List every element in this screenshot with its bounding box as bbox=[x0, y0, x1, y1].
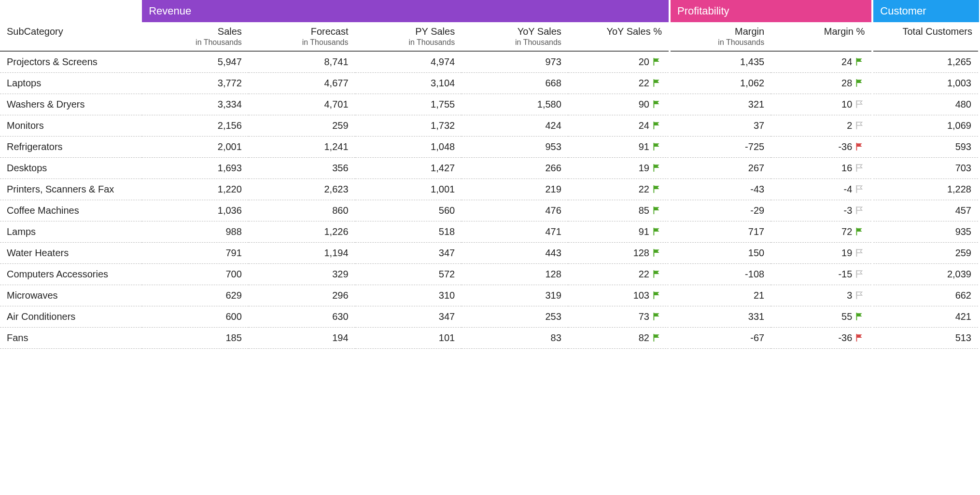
cell-yoypct[interactable]: 82 bbox=[568, 328, 670, 349]
group-header-customer[interactable]: Customer bbox=[872, 0, 979, 22]
row-label[interactable]: Monitors bbox=[0, 115, 142, 137]
cell-margin[interactable]: 331 bbox=[670, 306, 771, 328]
cell-sales[interactable]: 988 bbox=[142, 221, 249, 243]
cell-yoysales[interactable]: 668 bbox=[462, 73, 568, 94]
cell-yoypct[interactable]: 103 bbox=[568, 285, 670, 306]
column-header-marginpct[interactable]: Margin % bbox=[771, 22, 872, 51]
cell-customers[interactable]: 703 bbox=[872, 158, 979, 179]
row-label[interactable]: Refrigerators bbox=[0, 137, 142, 158]
table-row[interactable]: Projectors & Screens5,9478,7414,97497320… bbox=[0, 51, 979, 73]
cell-margin[interactable]: -67 bbox=[670, 328, 771, 349]
cell-forecast[interactable]: 296 bbox=[249, 285, 355, 306]
cell-sales[interactable]: 600 bbox=[142, 306, 249, 328]
cell-marginpct[interactable]: -4 bbox=[771, 179, 872, 200]
row-label[interactable]: Water Heaters bbox=[0, 243, 142, 264]
cell-customers[interactable]: 259 bbox=[872, 243, 979, 264]
cell-yoysales[interactable]: 424 bbox=[462, 115, 568, 137]
cell-pysales[interactable]: 4,974 bbox=[355, 51, 462, 73]
cell-pysales[interactable]: 560 bbox=[355, 200, 462, 221]
cell-forecast[interactable]: 4,677 bbox=[249, 73, 355, 94]
cell-pysales[interactable]: 347 bbox=[355, 306, 462, 328]
row-label[interactable]: Air Conditioners bbox=[0, 306, 142, 328]
row-label[interactable]: Coffee Machines bbox=[0, 200, 142, 221]
cell-sales[interactable]: 1,036 bbox=[142, 200, 249, 221]
table-row[interactable]: Printers, Scanners & Fax1,2202,6231,0012… bbox=[0, 179, 979, 200]
cell-customers[interactable]: 1,228 bbox=[872, 179, 979, 200]
cell-yoypct[interactable]: 22 bbox=[568, 179, 670, 200]
row-label[interactable]: Desktops bbox=[0, 158, 142, 179]
cell-customers[interactable]: 593 bbox=[872, 137, 979, 158]
cell-margin[interactable]: 717 bbox=[670, 221, 771, 243]
column-header-pysales[interactable]: PY Salesin Thousands bbox=[355, 22, 462, 51]
cell-yoypct[interactable]: 91 bbox=[568, 221, 670, 243]
cell-yoypct[interactable]: 22 bbox=[568, 73, 670, 94]
table-row[interactable]: Desktops1,6933561,4272661926716703 bbox=[0, 158, 979, 179]
cell-margin[interactable]: 37 bbox=[670, 115, 771, 137]
row-label[interactable]: Washers & Dryers bbox=[0, 94, 142, 115]
cell-forecast[interactable]: 4,701 bbox=[249, 94, 355, 115]
cell-pysales[interactable]: 1,732 bbox=[355, 115, 462, 137]
cell-pysales[interactable]: 1,001 bbox=[355, 179, 462, 200]
cell-pysales[interactable]: 3,104 bbox=[355, 73, 462, 94]
cell-marginpct[interactable]: 72 bbox=[771, 221, 872, 243]
row-label[interactable]: Laptops bbox=[0, 73, 142, 94]
row-label[interactable]: Fans bbox=[0, 328, 142, 349]
cell-pysales[interactable]: 1,048 bbox=[355, 137, 462, 158]
cell-marginpct[interactable]: -36 bbox=[771, 137, 872, 158]
cell-yoysales[interactable]: 253 bbox=[462, 306, 568, 328]
group-header-revenue[interactable]: Revenue bbox=[142, 0, 670, 22]
cell-margin[interactable]: 321 bbox=[670, 94, 771, 115]
column-header-yoysales[interactable]: YoY Salesin Thousands bbox=[462, 22, 568, 51]
cell-sales[interactable]: 5,947 bbox=[142, 51, 249, 73]
cell-marginpct[interactable]: 10 bbox=[771, 94, 872, 115]
cell-forecast[interactable]: 860 bbox=[249, 200, 355, 221]
cell-customers[interactable]: 2,039 bbox=[872, 264, 979, 285]
cell-marginpct[interactable]: 55 bbox=[771, 306, 872, 328]
table-row[interactable]: Washers & Dryers3,3344,7011,7551,5809032… bbox=[0, 94, 979, 115]
cell-marginpct[interactable]: 2 bbox=[771, 115, 872, 137]
cell-sales[interactable]: 1,220 bbox=[142, 179, 249, 200]
cell-margin[interactable]: 1,435 bbox=[670, 51, 771, 73]
cell-margin[interactable]: 267 bbox=[670, 158, 771, 179]
table-row[interactable]: Refrigerators2,0011,2411,04895391-725-36… bbox=[0, 137, 979, 158]
cell-forecast[interactable]: 356 bbox=[249, 158, 355, 179]
cell-yoysales[interactable]: 319 bbox=[462, 285, 568, 306]
cell-yoypct[interactable]: 19 bbox=[568, 158, 670, 179]
cell-pysales[interactable]: 101 bbox=[355, 328, 462, 349]
cell-sales[interactable]: 2,156 bbox=[142, 115, 249, 137]
table-row[interactable]: Coffee Machines1,03686056047685-29-3457 bbox=[0, 200, 979, 221]
column-header-margin[interactable]: Marginin Thousands bbox=[670, 22, 771, 51]
cell-sales[interactable]: 3,772 bbox=[142, 73, 249, 94]
cell-yoypct[interactable]: 90 bbox=[568, 94, 670, 115]
row-label[interactable]: Computers Accessories bbox=[0, 264, 142, 285]
cell-margin[interactable]: -43 bbox=[670, 179, 771, 200]
cell-yoypct[interactable]: 128 bbox=[568, 243, 670, 264]
group-header-profitability[interactable]: Profitability bbox=[670, 0, 872, 22]
cell-margin[interactable]: 150 bbox=[670, 243, 771, 264]
cell-pysales[interactable]: 310 bbox=[355, 285, 462, 306]
cell-marginpct[interactable]: -15 bbox=[771, 264, 872, 285]
cell-yoypct[interactable]: 85 bbox=[568, 200, 670, 221]
cell-yoysales[interactable]: 1,580 bbox=[462, 94, 568, 115]
row-label[interactable]: Projectors & Screens bbox=[0, 51, 142, 73]
cell-pysales[interactable]: 347 bbox=[355, 243, 462, 264]
cell-forecast[interactable]: 2,623 bbox=[249, 179, 355, 200]
cell-customers[interactable]: 421 bbox=[872, 306, 979, 328]
column-header-forecast[interactable]: Forecastin Thousands bbox=[249, 22, 355, 51]
cell-yoysales[interactable]: 219 bbox=[462, 179, 568, 200]
cell-margin[interactable]: 21 bbox=[670, 285, 771, 306]
cell-pysales[interactable]: 1,427 bbox=[355, 158, 462, 179]
row-header-label[interactable]: SubCategory bbox=[0, 22, 142, 51]
cell-pysales[interactable]: 572 bbox=[355, 264, 462, 285]
cell-customers[interactable]: 1,265 bbox=[872, 51, 979, 73]
cell-customers[interactable]: 935 bbox=[872, 221, 979, 243]
table-row[interactable]: Computers Accessories70032957212822-108-… bbox=[0, 264, 979, 285]
cell-customers[interactable]: 1,069 bbox=[872, 115, 979, 137]
cell-yoysales[interactable]: 443 bbox=[462, 243, 568, 264]
table-row[interactable]: Laptops3,7724,6773,104668221,062281,003 bbox=[0, 73, 979, 94]
cell-yoypct[interactable]: 91 bbox=[568, 137, 670, 158]
cell-customers[interactable]: 480 bbox=[872, 94, 979, 115]
cell-margin[interactable]: -725 bbox=[670, 137, 771, 158]
column-header-sales[interactable]: Salesin Thousands bbox=[142, 22, 249, 51]
cell-marginpct[interactable]: 3 bbox=[771, 285, 872, 306]
